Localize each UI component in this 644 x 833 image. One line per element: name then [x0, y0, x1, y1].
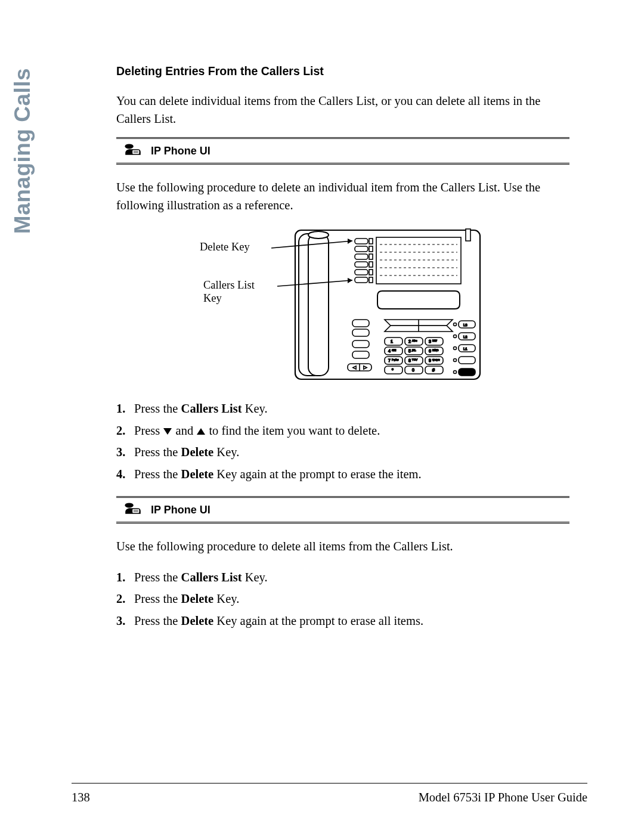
- svg-rect-72: [459, 368, 475, 376]
- page-number: 138: [72, 791, 90, 804]
- svg-text:5 ᴶᴷᴸ: 5 ᴶᴷᴸ: [408, 349, 416, 353]
- step-body: Press the Delete Key again at the prompt…: [134, 465, 569, 484]
- text: and: [172, 424, 196, 437]
- text: Key.: [213, 592, 239, 605]
- intro-paragraph: You can delete individual items from the…: [116, 92, 569, 128]
- text: Press the: [134, 571, 181, 584]
- callout-label: IP Phone UI: [151, 504, 210, 516]
- svg-text:4 ᴳᴴᴵ: 4 ᴳᴴᴵ: [388, 349, 396, 353]
- phone-ui-icon: [123, 143, 143, 159]
- svg-text:2 ᴬᴮᶜ: 2 ᴬᴮᶜ: [408, 339, 417, 343]
- step-number: 3.: [116, 443, 134, 462]
- list-item: 3. Press the Delete Key again at the pro…: [116, 612, 569, 631]
- text: Press the: [134, 467, 181, 481]
- step-number: 2.: [116, 422, 134, 441]
- page-footer: 138 Model 6753i IP Phone User Guide: [72, 791, 587, 804]
- phone-illustration: ◄ ► 1 2 ᴬᴮᶜ 3 ᴰᴱᶠ 4 ᴳᴴᴵ 5 ᴶᴷᴸ 6 ᴹᴺᴼ 7 ᴾᵠ…: [188, 224, 498, 385]
- text: Key again at the prompt to erase all ite…: [213, 614, 423, 627]
- bold-text: Delete: [181, 467, 214, 481]
- svg-rect-16: [355, 270, 368, 275]
- svg-rect-11: [369, 246, 373, 252]
- svg-rect-54: [385, 366, 402, 374]
- svg-rect-70: [459, 357, 475, 364]
- svg-text:0: 0: [412, 368, 414, 372]
- svg-rect-1: [132, 150, 139, 154]
- svg-text:*: *: [392, 368, 394, 372]
- procedure-steps-2: 1. Press the Callers List Key. 2. Press …: [116, 568, 569, 631]
- triangle-down-icon: [163, 428, 172, 435]
- list-item: 1. Press the Callers List Key.: [116, 568, 569, 587]
- text: Key.: [242, 402, 268, 415]
- svg-rect-15: [369, 262, 373, 267]
- svg-rect-9: [369, 239, 373, 244]
- divider-icon: [116, 522, 569, 524]
- svg-text:3 ᴰᴱᶠ: 3 ᴰᴱᶠ: [429, 339, 437, 343]
- procedure-intro-1: Use the following procedure to delete an…: [116, 179, 569, 214]
- step-number: 3.: [116, 612, 134, 631]
- page: Managing Calls Deleting Entries From the…: [0, 0, 644, 833]
- bold-text: Callers List: [181, 571, 242, 584]
- svg-rect-12: [355, 254, 368, 259]
- svg-point-60: [454, 323, 457, 326]
- text: Key again at the prompt to erase the ite…: [213, 467, 421, 481]
- svg-rect-17: [369, 270, 373, 275]
- svg-rect-31: [352, 351, 369, 358]
- heading-deleting-entries: Deleting Entries From the Callers List: [116, 64, 569, 78]
- bold-text: Delete: [181, 445, 214, 459]
- svg-rect-14: [355, 262, 368, 267]
- svg-text:6 ᴹᴺᴼ: 6 ᴹᴺᴼ: [429, 349, 439, 353]
- section-title: Managing Calls: [10, 68, 35, 234]
- section-sidebar: Managing Calls: [10, 64, 36, 237]
- callout-body: IP Phone UI: [116, 139, 569, 163]
- svg-text:L3: L3: [463, 323, 467, 327]
- triangle-up-icon: [197, 428, 205, 435]
- step-body: Press the Delete Key.: [134, 443, 569, 462]
- bold-text: Delete: [181, 614, 214, 627]
- text: Press the: [134, 592, 181, 605]
- text: Press the: [134, 402, 181, 415]
- annotation-callers-list-key-line1: Callers List: [203, 279, 255, 292]
- svg-point-0: [125, 144, 133, 149]
- text: Key.: [242, 571, 268, 584]
- callout-label: IP Phone UI: [151, 145, 210, 157]
- svg-rect-78: [132, 509, 139, 513]
- list-item: 4. Press the Delete Key again at the pro…: [116, 465, 569, 484]
- text: Key.: [213, 445, 239, 459]
- svg-text:9 ʷˣʸᶻ: 9 ʷˣʸᶻ: [429, 358, 440, 363]
- list-item: 2. Press the Delete Key.: [116, 590, 569, 609]
- divider-icon: [116, 163, 569, 165]
- callout-ip-phone-ui-2: IP Phone UI: [116, 496, 569, 524]
- svg-rect-26: [466, 229, 470, 241]
- svg-point-69: [454, 358, 457, 361]
- svg-text:L1: L1: [463, 347, 467, 351]
- svg-point-7: [308, 231, 329, 239]
- svg-text:7 ᴾᵠᴿˢ: 7 ᴾᵠᴿˢ: [388, 358, 399, 363]
- svg-rect-19: [369, 277, 373, 283]
- svg-point-77: [125, 503, 133, 508]
- svg-point-66: [454, 346, 457, 349]
- step-body: Press and to find the item you want to d…: [134, 422, 569, 441]
- svg-rect-10: [355, 246, 368, 252]
- svg-text:#: #: [432, 368, 435, 372]
- step-body: Press the Delete Key.: [134, 590, 569, 609]
- callout-ip-phone-ui-1: IP Phone UI: [116, 137, 569, 165]
- svg-rect-29: [352, 329, 369, 336]
- step-number: 1.: [116, 400, 134, 419]
- svg-rect-8: [355, 239, 368, 244]
- svg-rect-6: [308, 234, 329, 376]
- bold-text: Callers List: [181, 402, 242, 415]
- text: Press the: [134, 614, 181, 627]
- svg-text:►: ►: [363, 364, 368, 370]
- svg-rect-36: [385, 337, 402, 345]
- svg-text:8 ᵀᵁⱽ: 8 ᵀᵁⱽ: [408, 358, 417, 363]
- step-number: 1.: [116, 568, 134, 587]
- svg-point-63: [454, 335, 457, 337]
- svg-rect-18: [355, 277, 368, 283]
- svg-rect-13: [369, 254, 373, 259]
- step-number: 4.: [116, 465, 134, 484]
- content-area: Deleting Entries From the Callers List Y…: [116, 64, 569, 643]
- callout-body: IP Phone UI: [116, 498, 569, 522]
- step-body: Press the Callers List Key.: [134, 400, 569, 419]
- procedure-steps-1: 1. Press the Callers List Key. 2. Press …: [116, 400, 569, 484]
- svg-rect-30: [352, 340, 369, 348]
